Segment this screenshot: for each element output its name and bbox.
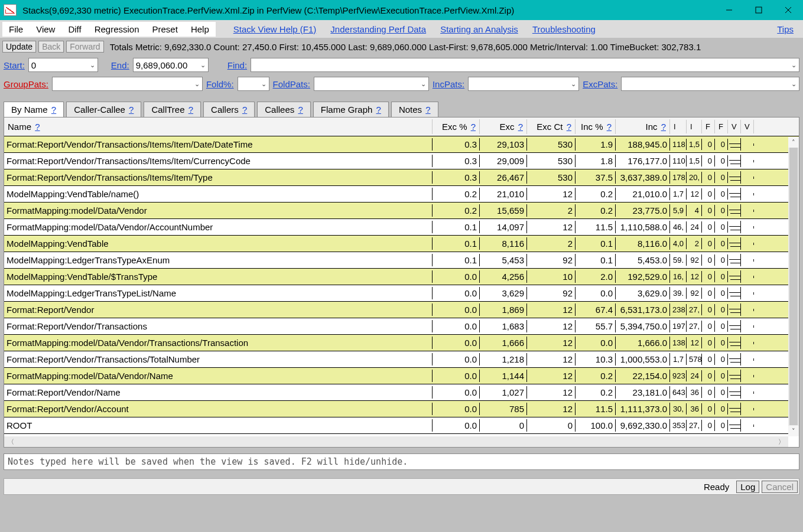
table-row[interactable]: Format:Report/Vendor/Transactions/TotalN…	[4, 351, 799, 368]
table-row[interactable]: ModelMapping:LedgerTransTypeList/Name0.0…	[4, 285, 799, 302]
find-combo[interactable]: ⌄	[251, 58, 799, 72]
menu-view[interactable]: View	[30, 22, 61, 37]
menu-preset[interactable]: Preset	[146, 22, 184, 37]
scroll-left-icon[interactable]: 〈	[4, 438, 18, 446]
link-tips[interactable]: Tips	[770, 22, 801, 36]
table-row[interactable]: Format:Report/Vendor/Transactions/Items/…	[4, 169, 799, 186]
forward-button[interactable]: Forward	[66, 41, 103, 53]
col-small-4[interactable]: F	[715, 120, 728, 133]
scroll-thumb[interactable]	[789, 148, 798, 425]
table-row[interactable]: FormatMapping:model/Data/Vendor/Transact…	[4, 335, 799, 351]
foldpats-label[interactable]: FoldPats:	[273, 79, 310, 89]
grouppats-label[interactable]: GroupPats:	[4, 79, 48, 89]
menu-file[interactable]: File	[2, 22, 30, 37]
incpats-label[interactable]: IncPats:	[433, 79, 464, 89]
log-button[interactable]: Log	[736, 481, 759, 493]
back-button[interactable]: Back	[38, 41, 64, 53]
scroll-down-icon[interactable]: ˅	[788, 426, 799, 436]
col-small-1[interactable]: I	[670, 120, 687, 133]
link-stack-view-help[interactable]: Stack View Help (F1)	[226, 22, 324, 36]
table-row[interactable]: ModelMapping:VendTable/name()0.221,01012…	[4, 186, 799, 203]
tab-notes[interactable]: Notes ?	[391, 102, 438, 117]
link-troubleshooting[interactable]: Troubleshooting	[525, 22, 603, 36]
table-row[interactable]: Format:Report/Vendor/Transactions/Items/…	[4, 153, 799, 169]
help-icon[interactable]: ?	[425, 105, 430, 115]
notes-input[interactable]: Notes typed here will be saved when the …	[4, 453, 799, 470]
vertical-scrollbar[interactable]: ˄ ˅	[788, 137, 799, 436]
table-row[interactable]: ModelMapping:VendTable/$TransType0.04,25…	[4, 269, 799, 285]
end-label[interactable]: End:	[111, 60, 129, 70]
help-icon[interactable]: ?	[188, 105, 193, 115]
help-icon[interactable]: ?	[518, 122, 523, 132]
col-exc[interactable]: Exc ?	[480, 119, 527, 134]
cancel-button[interactable]: Cancel	[762, 481, 798, 493]
grouppats-input[interactable]	[53, 79, 192, 89]
help-icon[interactable]: ?	[298, 105, 303, 115]
scroll-up-icon[interactable]: ˄	[788, 137, 799, 148]
close-button[interactable]	[773, 0, 803, 20]
find-label[interactable]: Find:	[227, 60, 247, 70]
table-row[interactable]: FormatMapping:model/Data/Vendor0.215,659…	[4, 203, 799, 219]
help-icon[interactable]: ?	[35, 122, 40, 132]
col-exc-pct[interactable]: Exc % ?	[433, 119, 480, 134]
col-small-5[interactable]: V	[728, 120, 741, 133]
horizontal-scrollbar[interactable]: 〈 〉	[4, 436, 788, 447]
menu-diff[interactable]: Diff	[61, 22, 87, 37]
col-small-2[interactable]: I	[687, 120, 702, 133]
help-icon[interactable]: ?	[51, 105, 56, 115]
table-row[interactable]: Format:Report/Vendor0.01,8691267.46,531,…	[4, 302, 799, 318]
find-input[interactable]	[251, 60, 789, 70]
help-icon[interactable]: ?	[129, 105, 134, 115]
link-starting-an-analysis[interactable]: Starting an Analysis	[433, 22, 525, 36]
link-understanding-perf-data[interactable]: Jnderstanding Perf Data	[323, 22, 433, 36]
col-exc-ct[interactable]: Exc Ct ?	[527, 119, 576, 134]
tab-flame-graph[interactable]: Flame Graph ?	[313, 102, 389, 117]
col-inc[interactable]: Inc ?	[616, 119, 670, 134]
incpats-input[interactable]	[469, 79, 568, 89]
incpats-combo[interactable]: ⌄	[468, 77, 579, 91]
tab-calltree[interactable]: CallTree ?	[144, 102, 201, 117]
col-name[interactable]: Name ?	[4, 119, 433, 134]
excpats-combo[interactable]: ⌄	[621, 77, 799, 91]
help-icon[interactable]: ?	[567, 122, 571, 132]
table-row[interactable]: Format:Report/Vendor/Transactions0.01,68…	[4, 318, 799, 335]
maximize-button[interactable]	[744, 0, 773, 20]
excpats-label[interactable]: ExcPats:	[583, 79, 617, 89]
foldpct-input[interactable]	[238, 79, 259, 89]
table-row[interactable]: ROOT0.000100.09,692,330.035327,00	[4, 417, 799, 434]
col-small-3[interactable]: F	[702, 120, 715, 133]
minimize-button[interactable]	[714, 0, 744, 20]
start-combo[interactable]: ⌄	[28, 58, 98, 72]
table-row[interactable]: ModelMapping:VendTable0.18,11620.18,116.…	[4, 236, 799, 252]
foldpats-combo[interactable]: ⌄	[314, 77, 429, 91]
end-input[interactable]	[134, 60, 198, 70]
end-combo[interactable]: ⌄	[133, 58, 209, 72]
scroll-right-icon[interactable]: 〉	[775, 438, 788, 446]
table-row[interactable]: FormatMapping:model/Data/Vendor/AccountN…	[4, 219, 799, 236]
table-row[interactable]: Format:Report/Vendor/Transactions/Items/…	[4, 136, 799, 153]
col-small-6[interactable]: V	[741, 120, 754, 133]
update-button[interactable]: Update	[2, 41, 36, 53]
start-input[interactable]	[29, 60, 87, 70]
help-icon[interactable]: ?	[661, 122, 666, 132]
tab-caller-callee[interactable]: Caller-Callee ?	[66, 102, 141, 117]
help-icon[interactable]: ?	[607, 122, 612, 132]
help-icon[interactable]: ?	[376, 105, 381, 115]
grouppats-combo[interactable]: ⌄	[52, 77, 203, 91]
table-row[interactable]: Format:Report/Vendor/Account0.07851211.5…	[4, 401, 799, 417]
foldpats-input[interactable]	[314, 79, 418, 89]
table-row[interactable]: ModelMapping:LedgerTransTypeAxEnum0.15,4…	[4, 252, 799, 269]
help-icon[interactable]: ?	[471, 122, 476, 132]
table-row[interactable]: Format:Report/Vendor/Name0.01,027120.223…	[4, 384, 799, 401]
start-label[interactable]: Start:	[4, 60, 25, 70]
foldpct-label[interactable]: Fold%:	[206, 79, 234, 89]
excpats-input[interactable]	[622, 79, 789, 89]
foldpct-combo[interactable]: ⌄	[238, 77, 269, 91]
menu-help[interactable]: Help	[184, 22, 216, 37]
menu-regression[interactable]: Regression	[88, 22, 146, 37]
tab-by-name[interactable]: By Name ?	[4, 102, 64, 118]
help-icon[interactable]: ?	[242, 105, 247, 115]
col-inc-pct[interactable]: Inc % ?	[576, 119, 616, 134]
tab-callees[interactable]: Callees ?	[257, 102, 311, 117]
tab-callers[interactable]: Callers ?	[203, 102, 255, 117]
